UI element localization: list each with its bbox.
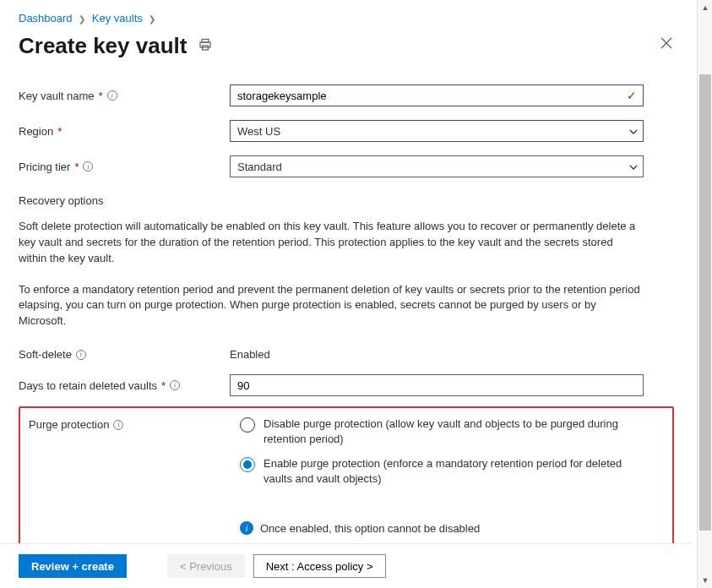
- soft-delete-value: Enabled: [230, 348, 270, 361]
- purge-info-text: Once enabled, this option cannot be disa…: [260, 522, 480, 535]
- label-pricing-tier: Pricing tier: [19, 161, 70, 173]
- chevron-right-icon: ❯: [149, 14, 155, 24]
- radio-disable-purge[interactable]: Disable purge protection (allow key vaul…: [240, 416, 628, 446]
- scrollbar[interactable]: ▲ ▼: [697, 0, 712, 588]
- info-icon[interactable]: i: [113, 420, 123, 430]
- close-icon[interactable]: [660, 35, 672, 53]
- chevron-right-icon: ❯: [79, 14, 85, 24]
- breadcrumb-link-keyvaults[interactable]: Key vaults: [92, 12, 143, 24]
- breadcrumb: Dashboard ❯ Key vaults ❯: [19, 12, 674, 24]
- radio-icon: [240, 417, 255, 433]
- region-select[interactable]: West US: [230, 120, 644, 142]
- label-region: Region: [19, 125, 53, 138]
- required-marker: *: [74, 161, 79, 173]
- next-button[interactable]: Next : Access policy >: [253, 554, 386, 578]
- info-icon: i: [240, 521, 253, 535]
- previous-button: < Previous: [167, 554, 245, 578]
- label-keyvault-name: Key vault name: [19, 90, 95, 102]
- purge-protection-group: Purge protection i Disable purge protect…: [19, 406, 674, 550]
- label-soft-delete: Soft-delete: [19, 348, 72, 361]
- region-value: West US: [237, 125, 280, 138]
- breadcrumb-link-dashboard[interactable]: Dashboard: [19, 12, 73, 24]
- info-icon[interactable]: i: [170, 380, 180, 390]
- chevron-down-icon: [628, 127, 637, 135]
- required-marker: *: [57, 125, 62, 138]
- days-retain-input[interactable]: [230, 374, 644, 396]
- svg-rect-1: [200, 42, 210, 47]
- radio-enable-purge-label: Enable purge protection (enforce a manda…: [264, 456, 628, 486]
- label-purge-protection: Purge protection: [29, 418, 109, 431]
- recovery-description-1: Soft delete protection will automaticall…: [19, 219, 644, 267]
- scroll-up-icon[interactable]: ▲: [698, 0, 712, 15]
- print-icon[interactable]: [198, 38, 212, 54]
- wizard-footer: Review + create < Previous Next : Access…: [0, 543, 693, 588]
- label-days-retain: Days to retain deleted vaults: [19, 379, 157, 392]
- info-icon[interactable]: i: [107, 90, 117, 101]
- recovery-description-2: To enforce a mandatory retention period …: [19, 282, 644, 330]
- pricing-tier-value: Standard: [237, 161, 282, 173]
- page-title: Create key vault: [19, 33, 187, 59]
- chevron-down-icon: [628, 162, 637, 171]
- required-marker: *: [99, 90, 103, 102]
- check-icon: ✓: [627, 89, 637, 102]
- info-icon[interactable]: i: [83, 161, 93, 172]
- required-marker: *: [161, 379, 166, 392]
- radio-enable-purge[interactable]: Enable purge protection (enforce a manda…: [240, 456, 628, 486]
- scroll-thumb[interactable]: [699, 74, 711, 531]
- section-recovery-options: Recovery options: [19, 194, 674, 207]
- review-create-button[interactable]: Review + create: [19, 554, 127, 578]
- pricing-tier-select[interactable]: Standard: [230, 155, 644, 177]
- info-icon[interactable]: i: [76, 350, 86, 360]
- radio-icon: [240, 457, 255, 472]
- keyvault-name-input[interactable]: [230, 84, 644, 106]
- scroll-down-icon[interactable]: ▼: [698, 573, 712, 588]
- radio-disable-purge-label: Disable purge protection (allow key vaul…: [264, 416, 628, 446]
